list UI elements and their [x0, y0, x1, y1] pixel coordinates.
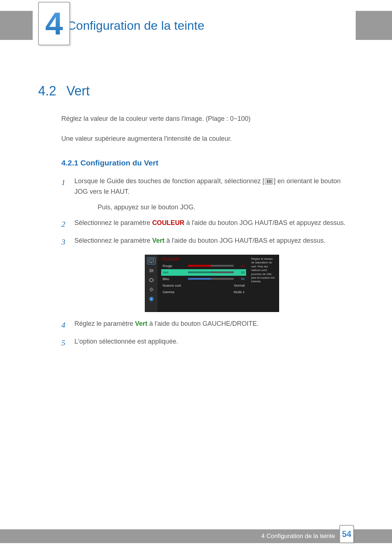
- osd-label: Nuance coul.: [163, 284, 188, 287]
- page-number: 54: [342, 529, 351, 539]
- page-badge: 54: [339, 525, 354, 543]
- svg-rect-5: [150, 269, 151, 270]
- osd-row-gamma: Gamma Mode 1: [161, 289, 246, 295]
- resize-icon: [148, 277, 155, 283]
- gear-icon: [148, 286, 155, 293]
- osd-title: COULEUR: [161, 257, 246, 261]
- svg-rect-0: [149, 259, 154, 262]
- osd-screenshot: i COULEUR Rouge 50 Vert 50 Bleu: [145, 255, 279, 312]
- osd-label: Bleu: [163, 277, 188, 281]
- section-number: 4.2: [38, 83, 56, 99]
- step-number: 2: [61, 218, 68, 230]
- step-text: Lorsque le Guide des touches de fonction…: [74, 176, 347, 197]
- step-number: 4: [61, 319, 68, 331]
- step-text: L'option sélectionnée est appliquée.: [74, 336, 347, 349]
- step-3-bold: Vert: [152, 237, 164, 244]
- step-4-text-a: Réglez le paramètre: [74, 320, 135, 327]
- footer-bar: 4 Configuration de la teinte 54: [0, 529, 392, 543]
- step-2-text-b: à l'aide du bouton JOG HAUT/BAS et appuy…: [184, 219, 346, 226]
- step-2-bold: COULEUR: [152, 219, 184, 226]
- svg-rect-6: [152, 270, 153, 271]
- svg-rect-8: [150, 279, 153, 282]
- steps-list: 1 Lorsque le Guide des touches de foncti…: [38, 176, 347, 349]
- osd-row-rouge: Rouge 50: [161, 263, 246, 269]
- svg-rect-7: [151, 271, 151, 272]
- menu-icon: [265, 178, 273, 184]
- osd-row-nuance: Nuance coul. Normal: [161, 282, 246, 289]
- step-4-text-b: à l'aide du bouton GAUCHE/DROITE.: [147, 320, 259, 327]
- svg-rect-1: [151, 262, 152, 263]
- step-4: 4 Réglez le paramètre Vert à l'aide du b…: [61, 319, 347, 331]
- header-inner: Configuration de la teinte: [33, 11, 356, 40]
- chapter-number: 4: [45, 5, 63, 42]
- section-head: 4.2 Vert: [38, 83, 347, 99]
- step-text: Réglez le paramètre Vert à l'aide du bou…: [74, 319, 347, 331]
- step-1-text-a: Lorsque le Guide des touches de fonction…: [74, 177, 264, 185]
- step-1-subtext: Puis, appuyez sur le bouton JOG.: [61, 202, 347, 213]
- step-4-bold: Vert: [135, 320, 147, 327]
- step-3-text-b: à l'aide du bouton JOG HAUT/BAS et appuy…: [164, 237, 326, 244]
- step-3: 3 Sélectionnez le paramètre Vert à l'aid…: [61, 235, 347, 248]
- info-icon: i: [148, 296, 155, 302]
- step-5: 5 L'option sélectionnée est appliquée.: [61, 336, 347, 349]
- osd-value: 50: [236, 277, 245, 281]
- footer-text: 4 Configuration de la teinte: [261, 533, 335, 540]
- subsection-heading: 4.2.1 Configuration du Vert: [38, 159, 347, 167]
- step-number: 1: [61, 176, 68, 197]
- step-2-text-a: Sélectionnez le paramètre: [74, 219, 152, 226]
- intro-paragraph-2: Une valeur supérieure augmentera l'inten…: [38, 133, 347, 144]
- osd-sidebar: i: [145, 255, 158, 312]
- osd-value: Normal: [226, 284, 245, 287]
- section-title: Vert: [66, 83, 90, 99]
- osd-tooltip: Réglez le niveau de saturation du vert. …: [249, 255, 279, 312]
- osd-label: Rouge: [163, 264, 188, 268]
- step-number: 3: [61, 235, 68, 248]
- osd-label: Vert: [163, 271, 188, 274]
- step-2: 2 Sélectionnez le paramètre COULEUR à l'…: [61, 218, 347, 230]
- osd-main: COULEUR Rouge 50 Vert 50 Bleu 50 N: [158, 255, 249, 312]
- step-text: Sélectionnez le paramètre COULEUR à l'ai…: [74, 218, 347, 230]
- step-number: 5: [61, 336, 68, 349]
- osd-slider: [188, 271, 234, 273]
- osd-row-vert: Vert 50: [161, 269, 246, 276]
- step-1: 1 Lorsque le Guide des touches de foncti…: [61, 176, 347, 197]
- svg-point-9: [150, 288, 152, 291]
- chapter-badge: 4: [38, 2, 70, 45]
- osd-value: 50: [236, 264, 245, 268]
- content: 4.2 Vert Réglez la valeur de la couleur …: [38, 83, 347, 354]
- step-text: Sélectionnez le paramètre Vert à l'aide …: [74, 235, 347, 248]
- intro-paragraph-1: Réglez la valeur de la couleur verte dan…: [38, 113, 347, 124]
- osd-label: Gamma: [163, 290, 188, 294]
- osd-value: 50: [236, 271, 245, 274]
- osd-row-bleu: Bleu 50: [161, 276, 246, 282]
- monitor-icon: [147, 257, 156, 264]
- sliders-icon: [148, 267, 155, 274]
- chapter-title: Configuration de la teinte: [67, 19, 204, 33]
- osd-slider: [188, 278, 234, 280]
- osd-slider: [188, 265, 234, 267]
- step-3-text-a: Sélectionnez le paramètre: [74, 237, 152, 244]
- osd-value: Mode 1: [226, 290, 245, 294]
